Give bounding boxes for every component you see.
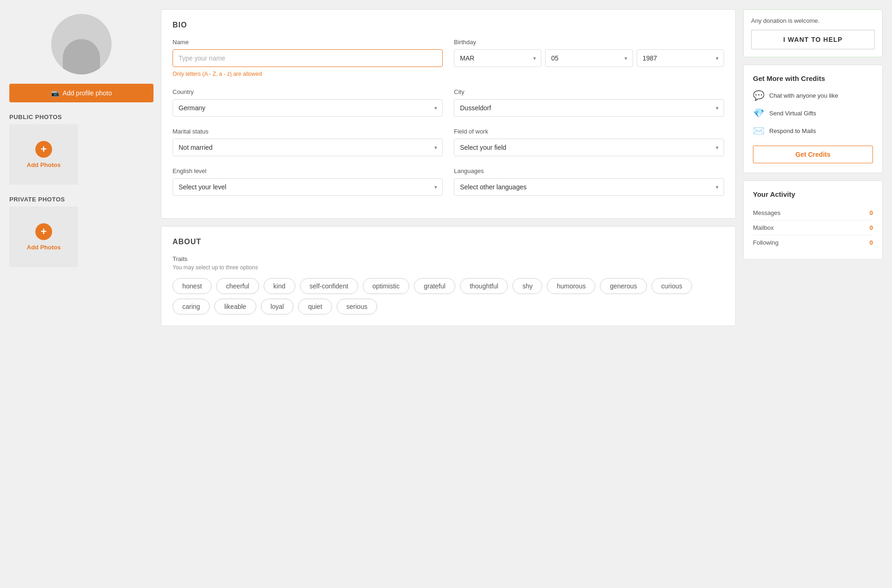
add-public-photos-label: Add Photos [27, 161, 61, 168]
activity-count: 0 [870, 239, 873, 246]
languages-group: Languages Select other languages Spanish… [454, 167, 724, 196]
city-wrapper: Dusseldorf Berlin Munich ▼ [454, 99, 724, 117]
trait-pill[interactable]: loyal [261, 299, 294, 314]
trait-pill[interactable]: self-confident [300, 278, 358, 294]
add-private-photos-label: Add Photos [27, 244, 61, 251]
traits-title: Traits [173, 255, 724, 262]
field-group: Field of work Select your field Technolo… [454, 128, 724, 156]
city-group: City Dusseldorf Berlin Munich ▼ [454, 88, 724, 117]
activity-item: Following0 [753, 235, 873, 250]
marital-label: Marital status [173, 128, 443, 135]
traits-subtitle: You may select up to three options [173, 264, 724, 271]
add-photo-label: Add profile photo [63, 89, 112, 97]
activity-item: Messages0 [753, 206, 873, 220]
birthday-year-wrapper: 1985198619871988 ▼ [637, 49, 724, 67]
left-sidebar: 📷 Add profile photo PUBLIC PHOTOS + Add … [9, 9, 153, 579]
trait-pill[interactable]: kind [264, 278, 295, 294]
plus-icon-private: + [35, 223, 52, 240]
trait-pill[interactable]: honest [173, 278, 212, 294]
english-select[interactable]: Select your level Beginner Intermediate … [173, 178, 443, 196]
public-photos-section: PUBLIC PHOTOS + Add Photos [9, 110, 153, 185]
marital-select[interactable]: Not married Married Divorced [173, 139, 443, 156]
right-sidebar: Any donation is welcome. I WANT TO HELP … [743, 9, 883, 579]
activity-title: Your Activity [753, 190, 873, 198]
name-group: Name Only letters (A - Z, a - z) are all… [173, 39, 443, 77]
languages-label: Languages [454, 167, 724, 174]
country-group: Country Germany France USA ▼ [173, 88, 443, 117]
trait-pill[interactable]: likeable [214, 299, 256, 314]
add-private-photo-button[interactable]: + Add Photos [9, 207, 78, 267]
activity-label: Following [753, 239, 779, 246]
add-public-photo-button[interactable]: + Add Photos [9, 124, 78, 185]
birthday-day-wrapper: 01020304 05060708 ▼ [545, 49, 632, 67]
birthday-label: Birthday [454, 39, 724, 46]
traits-section: Traits You may select up to three option… [173, 255, 724, 314]
bio-title: BIO [173, 21, 724, 29]
trait-pill[interactable]: thoughtful [460, 278, 508, 294]
activity-label: Messages [753, 209, 780, 216]
trait-pill[interactable]: serious [337, 299, 377, 314]
english-wrapper: Select your level Beginner Intermediate … [173, 178, 443, 196]
credit-item: ✉️Respond to Mails [753, 125, 873, 136]
trait-pill[interactable]: caring [173, 299, 210, 314]
camera-icon: 📷 [51, 89, 59, 97]
birthday-month-select[interactable]: JANFEBMARAPR MAYJUNJULAUG SEPOCTNOVDEC [454, 49, 541, 67]
trait-pill[interactable]: generous [600, 278, 646, 294]
avatar-silhouette [63, 39, 100, 74]
credit-icon: 💎 [753, 107, 765, 119]
birthday-year-select[interactable]: 1985198619871988 [637, 49, 724, 67]
credit-item: 💬Chat with anyone you like [753, 90, 873, 101]
trait-pill[interactable]: grateful [414, 278, 455, 294]
name-birthday-row: Name Only letters (A - Z, a - z) are all… [173, 39, 724, 77]
activity-items: Messages0Mailbox0Following0 [753, 206, 873, 250]
avatar [51, 14, 112, 74]
bio-card: BIO Name Only letters (A - Z, a - z) are… [161, 9, 736, 219]
private-photos-title: PRIVATE PHOTOS [9, 196, 153, 203]
birthday-month-wrapper: JANFEBMARAPR MAYJUNJULAUG SEPOCTNOVDEC ▼ [454, 49, 541, 67]
english-group: English level Select your level Beginner… [173, 167, 443, 196]
credit-text: Chat with anyone you like [769, 92, 838, 99]
country-city-row: Country Germany France USA ▼ City [173, 88, 724, 117]
trait-pill[interactable]: curious [652, 278, 692, 294]
birthday-group: Birthday JANFEBMARAPR MAYJUNJULAUG SEPOC… [454, 39, 724, 77]
credit-item: 💎Send Virtual Gifts [753, 107, 873, 119]
country-select[interactable]: Germany France USA [173, 99, 443, 117]
trait-pill[interactable]: humorous [547, 278, 595, 294]
name-input[interactable] [173, 49, 443, 67]
activity-count: 0 [870, 209, 873, 216]
birthday-day-select[interactable]: 01020304 05060708 [545, 49, 632, 67]
credits-card: Get More with Credits 💬Chat with anyone … [743, 65, 883, 173]
birthday-selects: JANFEBMARAPR MAYJUNJULAUG SEPOCTNOVDEC ▼… [454, 49, 724, 67]
credit-text: Respond to Mails [769, 127, 816, 134]
credit-items: 💬Chat with anyone you like💎Send Virtual … [753, 90, 873, 136]
field-label: Field of work [454, 128, 724, 135]
trait-pill[interactable]: cheerful [216, 278, 259, 294]
marital-field-row: Marital status Not married Married Divor… [173, 128, 724, 156]
trait-pill[interactable]: quiet [298, 299, 332, 314]
about-title: ABOUT [173, 238, 724, 246]
languages-wrapper: Select other languages Spanish French Ge… [454, 178, 724, 196]
activity-card: Your Activity Messages0Mailbox0Following… [743, 180, 883, 260]
get-credits-button[interactable]: Get Credits [753, 146, 873, 163]
public-photos-title: PUBLIC PHOTOS [9, 114, 153, 120]
name-label: Name [173, 39, 443, 46]
plus-icon: + [35, 141, 52, 158]
name-error: Only letters (A - Z, a - z) are allowed [173, 71, 443, 77]
field-select[interactable]: Select your field Technology Education [454, 139, 724, 156]
country-wrapper: Germany France USA ▼ [173, 99, 443, 117]
trait-pill[interactable]: shy [513, 278, 542, 294]
activity-label: Mailbox [753, 224, 774, 231]
traits-grid: honestcheerfulkindself-confidentoptimist… [173, 278, 724, 314]
credit-icon: ✉️ [753, 125, 765, 136]
languages-select[interactable]: Select other languages Spanish French Ge… [454, 178, 724, 196]
marital-wrapper: Not married Married Divorced ▼ [173, 139, 443, 156]
city-label: City [454, 88, 724, 95]
donation-card: Any donation is welcome. I WANT TO HELP [743, 9, 883, 57]
city-select[interactable]: Dusseldorf Berlin Munich [454, 99, 724, 117]
credit-text: Send Virtual Gifts [769, 110, 816, 117]
country-label: Country [173, 88, 443, 95]
trait-pill[interactable]: optimistic [363, 278, 409, 294]
want-to-help-button[interactable]: I WANT TO HELP [751, 30, 875, 49]
marital-group: Marital status Not married Married Divor… [173, 128, 443, 156]
add-profile-photo-button[interactable]: 📷 Add profile photo [9, 84, 153, 102]
